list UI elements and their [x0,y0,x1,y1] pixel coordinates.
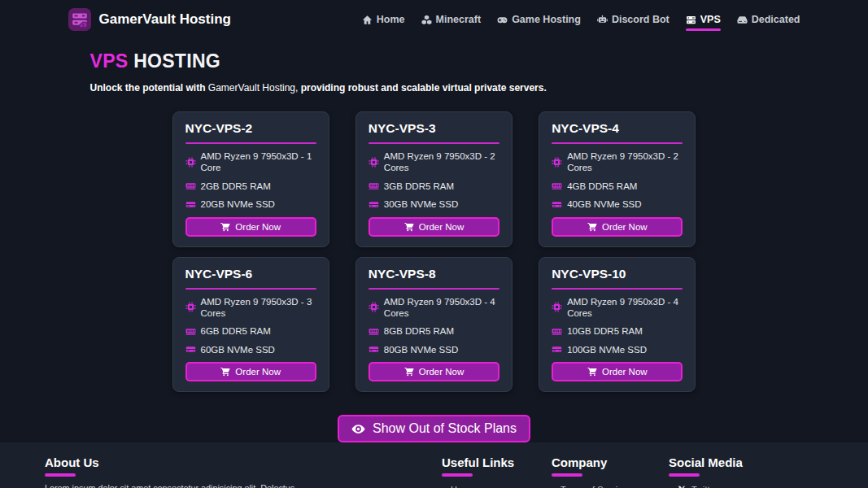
storage-spec: 20GB NVMe SSD [185,198,316,210]
storage-spec: 40GB NVMe SSD [552,198,683,210]
server-icon [686,15,696,25]
show-out-of-stock-label: Show Out of Stock Plans [373,420,517,437]
hdd-icon [737,15,748,25]
cart-icon [404,222,414,232]
footer-link-label: Home [451,485,474,488]
plan-name: NYC-VPS-8 [369,267,499,281]
brand[interactable]: GamerVault Hosting [68,8,231,31]
nav-label: Discord Bot [612,14,670,25]
ram-icon [552,181,562,191]
plan-name: NYC-VPS-2 [185,121,316,136]
nav-item-minecraft[interactable]: Minecraft [421,14,482,25]
footer: About Us Lorem ipsum dolor sit amet cons… [0,442,868,488]
show-out-of-stock-button[interactable]: Show Out of Stock Plans [338,415,530,442]
footer-link-terms-of-service[interactable]: Terms of Service [552,485,669,488]
cpu-spec: AMD Ryzen 9 7950x3D - 4 Cores [552,296,683,319]
cpu-chip-icon [185,302,196,312]
ram-spec: 3GB DDR5 RAM [369,181,499,192]
nav-label: VPS [700,14,721,25]
order-now-label: Order Now [235,366,281,377]
nav-item-discord-bot[interactable]: Discord Bot [597,14,670,25]
home-icon [362,15,373,25]
ram-spec-text: 6GB DDR5 RAM [201,325,271,337]
order-now-button[interactable]: Order Now [552,362,683,381]
brand-name: GamerVault Hosting [99,11,231,28]
cpu-spec: AMD Ryzen 9 7950x3D - 2 Cores [369,150,499,173]
footer-link-home[interactable]: Home [442,485,552,488]
footer-social-title: Social Media [669,455,783,470]
plan-card-nyc-vps-8: NYC-VPS-8 AMD Ryzen 9 7950x3D - 4 Cores … [355,257,513,393]
order-now-button[interactable]: Order Now [369,217,499,237]
page-subtitle: Unlock the potential with GamerVault Hos… [90,82,800,94]
order-now-button[interactable]: Order Now [185,217,316,237]
order-now-button[interactable]: Order Now [185,362,316,381]
ram-spec: 8GB DDR5 RAM [369,325,499,337]
cpu-spec: AMD Ryzen 9 7950x3D - 3 Cores [185,296,316,319]
robot-icon [597,15,608,25]
footer-company-section: Company Terms of Service [552,455,669,488]
ssd-icon [552,344,562,355]
server-cloud-logo-icon [68,8,91,31]
storage-spec-text: 100GB NVMe SSD [567,344,647,355]
ram-spec: 10GB DDR5 RAM [552,325,683,337]
nav-item-game-hosting[interactable]: Game Hosting [497,14,581,25]
ram-spec-text: 3GB DDR5 RAM [384,181,454,192]
page-title: VPS HOSTING [90,50,800,72]
cpu-chip-icon [552,157,562,168]
footer-heading-underline [669,473,700,477]
order-now-label: Order Now [419,221,465,233]
storage-spec-text: 60GB NVMe SSD [201,344,275,355]
nav-item-home[interactable]: Home [362,14,405,25]
ram-icon [369,326,379,337]
plan-name: NYC-VPS-4 [552,121,683,136]
nav-item-dedicated[interactable]: Dedicated [737,14,800,25]
storage-spec: 100GB NVMe SSD [552,344,683,355]
footer-heading-underline [45,473,76,477]
cpu-spec: AMD Ryzen 9 7950x3D - 2 Cores [552,150,683,173]
cpu-spec-text: AMD Ryzen 9 7950x3D - 3 Cores [201,296,316,319]
cart-icon [220,222,230,232]
page-title-accent: VPS [90,50,129,72]
cpu-spec-text: AMD Ryzen 9 7950x3D - 1 Core [201,150,316,173]
ram-spec-text: 2GB DDR5 RAM [201,181,271,192]
title-divider [552,288,683,290]
plans-grid: NYC-VPS-2 AMD Ryzen 9 7950x3D - 1 Core 2… [172,111,696,392]
title-divider [369,142,499,144]
ssd-icon [185,199,196,210]
subtitle-brand: GamerVault Hosting, [208,82,299,94]
title-divider [185,288,316,290]
plan-name: NYC-VPS-10 [552,267,683,281]
ssd-icon [185,344,196,355]
cpu-chip-icon [552,302,562,312]
title-divider [185,142,316,144]
ssd-icon [369,344,379,355]
storage-spec-text: 80GB NVMe SSD [384,344,458,355]
ram-spec-text: 4GB DDR5 RAM [567,181,637,192]
footer-social-section: Social Media Twitter [669,455,783,488]
nav-item-vps[interactable]: VPS [686,14,721,25]
storage-spec-text: 20GB NVMe SSD [201,198,275,210]
footer-company-title: Company [552,455,669,470]
cpu-chip-icon [369,157,379,168]
cart-icon [404,367,414,377]
footer-link-label: Twitter [691,485,718,488]
plan-card-nyc-vps-6: NYC-VPS-6 AMD Ryzen 9 7950x3D - 3 Cores … [172,257,329,393]
ram-spec: 6GB DDR5 RAM [185,325,316,337]
plan-card-nyc-vps-10: NYC-VPS-10 AMD Ryzen 9 7950x3D - 4 Cores… [539,257,696,393]
storage-spec: 60GB NVMe SSD [185,344,316,355]
plan-name: NYC-VPS-3 [369,121,499,136]
order-now-button[interactable]: Order Now [369,362,499,381]
order-now-label: Order Now [235,221,281,233]
main-nav: Home Minecraft Game Hosting Discord Bot … [362,14,800,25]
storage-spec-text: 30GB NVMe SSD [384,198,458,210]
order-now-label: Order Now [602,221,648,233]
ram-spec-text: 8GB DDR5 RAM [384,325,454,337]
plan-card-nyc-vps-3: NYC-VPS-3 AMD Ryzen 9 7950x3D - 2 Cores … [355,111,513,247]
cart-icon [220,367,230,377]
order-now-button[interactable]: Order Now [552,217,683,237]
nav-label: Dedicated [752,14,800,25]
ram-icon [185,181,196,191]
footer-link-twitter[interactable]: Twitter [669,485,783,488]
ram-spec: 2GB DDR5 RAM [185,181,316,192]
storage-spec: 30GB NVMe SSD [369,198,499,210]
